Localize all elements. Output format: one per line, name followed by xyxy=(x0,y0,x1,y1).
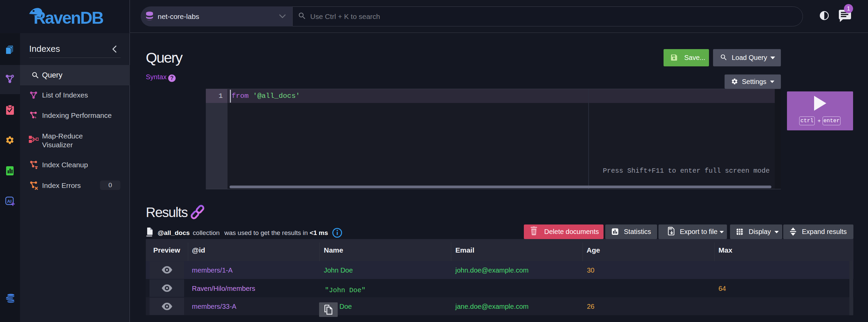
svg-text:AI: AI xyxy=(7,199,12,204)
svg-text:RavenDB: RavenDB xyxy=(34,8,103,26)
svg-text:csv: csv xyxy=(669,228,672,230)
